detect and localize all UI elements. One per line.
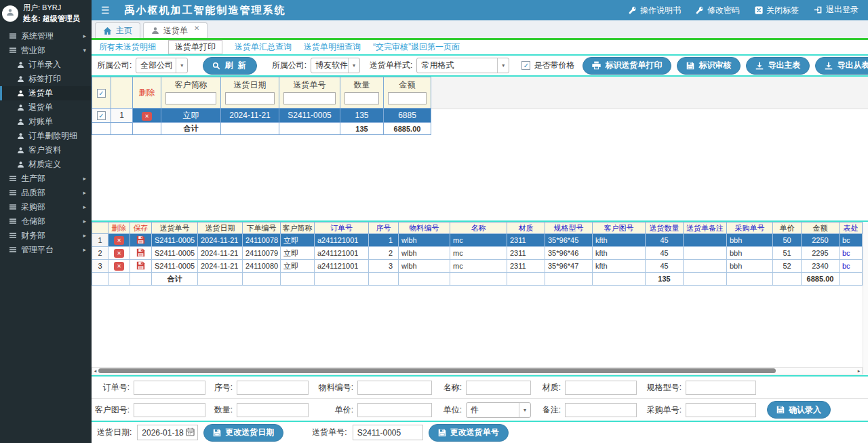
column-header[interactable]: 序号 — [369, 223, 399, 234]
column-header[interactable]: 采购单号 — [727, 223, 773, 234]
sidebar-item-quality-dept[interactable]: 品质部▸ — [0, 186, 92, 200]
scroll-right-icon[interactable]: ▸ — [856, 368, 862, 374]
column-header[interactable]: 送货单号 — [152, 223, 198, 234]
sidebar-item-system-mgmt[interactable]: 系统管理▸ — [0, 29, 92, 43]
sidebar-item-purchasing-dept[interactable]: 采购部▸ — [0, 200, 92, 214]
column-header[interactable]: 下单编号 — [243, 223, 281, 234]
delete-row-button[interactable]: ✕ — [142, 112, 152, 121]
sidebar-item-admin-platform[interactable]: 管理平台▸ — [0, 243, 92, 257]
delivery-no-input[interactable]: S2411-0005 — [353, 425, 423, 440]
sidebar-item-sales-dept[interactable]: 营业部▾ — [0, 43, 92, 58]
delete-row-button[interactable]: ✕ — [114, 236, 124, 245]
filter-input[interactable] — [225, 92, 275, 104]
column-header[interactable]: 数量 — [340, 77, 384, 109]
tab-home[interactable]: 主页 — [95, 22, 140, 38]
column-header[interactable]: 订单号 — [315, 223, 369, 234]
unit-price-input[interactable] — [357, 403, 432, 417]
column-header[interactable]: 规格型号 — [545, 223, 593, 234]
sidebar-item-finance-dept[interactable]: 财务部▸ — [0, 229, 92, 243]
column-header[interactable]: 客户简称 — [281, 223, 315, 234]
mark-delivery-print-button[interactable]: 标识送货单打印 — [583, 57, 671, 75]
topbar-action-manual[interactable]: 操作说明书 — [629, 5, 681, 16]
spec-model-input[interactable] — [686, 381, 756, 395]
material-input[interactable] — [565, 381, 637, 395]
topbar-action-logout[interactable]: 退出登录 — [814, 4, 859, 16]
save-row-button[interactable] — [136, 248, 145, 257]
column-header[interactable]: 删除 — [108, 223, 130, 234]
sidebar-item-label-print[interactable]: 标签打印 — [0, 72, 92, 86]
select-all-checkbox[interactable]: ✓ — [97, 89, 106, 98]
tab-delivery-note[interactable]: 送货单✕ — [143, 22, 208, 38]
column-header[interactable]: 金额 — [802, 223, 840, 234]
confirm-entry-button[interactable]: 确认录入 — [767, 401, 831, 419]
customer-drawing-no-input[interactable] — [134, 403, 205, 417]
refresh-button[interactable]: 刷 新 — [203, 57, 256, 75]
sidebar-item-material-def[interactable]: 材质定义 — [0, 157, 92, 172]
name-input[interactable] — [466, 381, 531, 395]
filter-input[interactable] — [344, 92, 379, 104]
export-master-button[interactable]: 导出主表 — [746, 57, 810, 75]
row-checkbox[interactable]: ✓ — [97, 111, 106, 120]
table-row[interactable]: 2✕S2411-00052024-11-2124110079立即a2411210… — [92, 247, 863, 260]
column-header[interactable]: 保存 — [130, 223, 152, 234]
mark-audit-button[interactable]: 标识审核 — [677, 57, 741, 75]
scrollbar-thumb[interactable] — [98, 368, 776, 373]
sidebar-item-statement[interactable]: 对账单 — [0, 115, 92, 129]
table-row[interactable]: ✓1✕立即2024-11-21S2411-00051356885 — [92, 109, 431, 123]
column-header[interactable]: 单价 — [773, 223, 802, 234]
change-delivery-date-button[interactable]: 更改送货日期 — [203, 424, 283, 442]
export-detail-button[interactable]: 导出从表 — [815, 57, 868, 75]
delete-row-button[interactable]: ✕ — [114, 262, 124, 271]
quantity-input[interactable] — [237, 403, 309, 417]
subnav-link-all-undelivered-detail[interactable]: 所有未送货明细 — [99, 41, 156, 53]
topbar-action-close-tabs[interactable]: 关闭标签 — [755, 5, 799, 16]
column-header[interactable]: 送货单备注 — [684, 223, 727, 234]
sidebar-item-order-entry[interactable]: 订单录入 — [0, 58, 92, 72]
order-no-input[interactable] — [134, 381, 205, 395]
table-row[interactable]: 1✕S2411-00052024-11-2124110078立即a2411210… — [92, 234, 863, 247]
sidebar-item-warehouse-dept[interactable]: 仓储部▸ — [0, 214, 92, 229]
menu-toggle-icon[interactable]: ☰ — [101, 5, 110, 16]
save-row-button[interactable] — [136, 235, 145, 244]
column-header[interactable] — [92, 223, 108, 234]
close-icon[interactable]: ✕ — [194, 24, 199, 32]
column-header[interactable]: 表处 — [840, 223, 863, 234]
topbar-action-change-password[interactable]: 修改密码 — [696, 5, 740, 16]
calendar-icon[interactable] — [186, 427, 195, 438]
subnav-link-delivery-detail-query[interactable]: 送货单明细查询 — [304, 41, 361, 53]
table-row[interactable]: 3✕S2411-00052024-11-2124110080立即a2411210… — [92, 260, 863, 273]
filter-input[interactable] — [165, 92, 216, 104]
sidebar-item-delivery-note[interactable]: 送货单 — [0, 86, 92, 100]
change-delivery-no-button[interactable]: 更改送货单号 — [429, 424, 509, 442]
column-header[interactable]: 送货数量 — [646, 223, 684, 234]
sidebar-item-return-note[interactable]: 退货单 — [0, 100, 92, 115]
sidebar-item-production-dept[interactable]: 生产部▸ — [0, 172, 92, 186]
sidebar-item-customer-info[interactable]: 客户资料 — [0, 143, 92, 157]
column-header[interactable]: 名称 — [450, 223, 507, 234]
filter-input[interactable] — [388, 92, 427, 104]
save-row-button[interactable] — [136, 261, 145, 270]
price-checkbox[interactable]: ✓ — [521, 61, 530, 70]
column-header[interactable]: 客户简称 — [161, 77, 221, 109]
scroll-left-icon[interactable]: ◂ — [92, 368, 98, 374]
subnav-link-return-first-page[interactable]: “交完审核”退回第一页面 — [373, 41, 460, 53]
column-header[interactable]: 金额 — [384, 77, 431, 109]
horizontal-scrollbar[interactable]: ◂ ▸ — [92, 367, 863, 374]
price-checkbox-group[interactable]: ✓ 是否带价格 — [521, 60, 574, 71]
sidebar-item-order-delete-detail[interactable]: 订单删除明细 — [0, 129, 92, 143]
remark-input[interactable] — [565, 403, 637, 417]
delete-row-button[interactable]: ✕ — [114, 249, 124, 258]
column-header[interactable]: 材质 — [507, 223, 545, 234]
seq-no-input[interactable] — [237, 381, 309, 395]
column-header[interactable]: 送货单号 — [279, 77, 340, 109]
unit-select[interactable]: 件▾ — [466, 402, 531, 418]
vertical-scrollbar-track[interactable] — [863, 222, 868, 375]
subnav-link-delivery-print[interactable]: 送货单打印 — [168, 40, 222, 54]
delivery-date-input[interactable]: 2026-01-18 — [137, 425, 198, 440]
company-filter-select[interactable]: 全部公司 ▾ — [136, 58, 188, 73]
style-select[interactable]: 常用格式 ▾ — [416, 58, 509, 73]
column-header[interactable]: 客户图号 — [593, 223, 646, 234]
material-no-input[interactable] — [357, 381, 432, 395]
company2-select[interactable]: 博友软件 ▾ — [311, 58, 360, 73]
column-header[interactable]: 物料编号 — [399, 223, 450, 234]
